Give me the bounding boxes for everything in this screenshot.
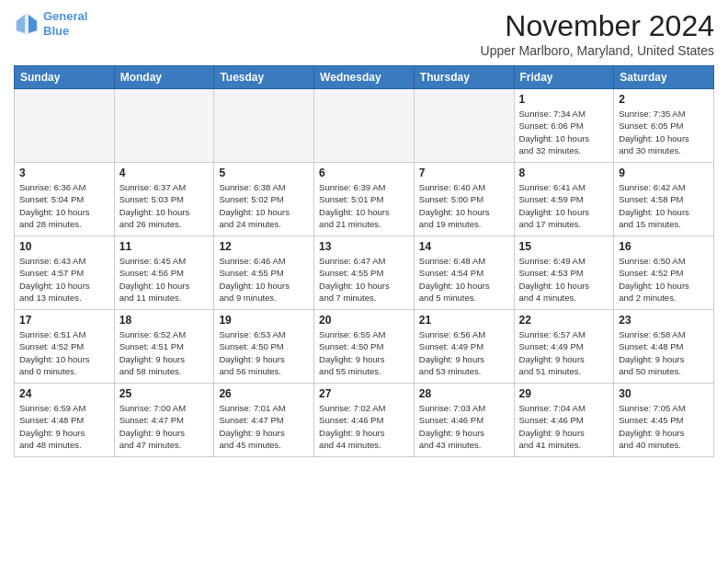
day-number: 8 bbox=[519, 167, 609, 179]
day-info: Sunrise: 6:55 AM Sunset: 4:50 PM Dayligh… bbox=[319, 328, 409, 377]
calendar-cell: 5Sunrise: 6:38 AM Sunset: 5:02 PM Daylig… bbox=[214, 163, 314, 236]
month-title: November 2024 bbox=[481, 9, 714, 43]
day-info: Sunrise: 7:04 AM Sunset: 4:46 PM Dayligh… bbox=[519, 402, 609, 451]
calendar-week-1: 1Sunrise: 7:34 AM Sunset: 6:06 PM Daylig… bbox=[15, 89, 714, 163]
day-info: Sunrise: 7:35 AM Sunset: 6:05 PM Dayligh… bbox=[619, 108, 709, 156]
calendar-header-saturday: Saturday bbox=[614, 66, 714, 89]
calendar-header-friday: Friday bbox=[514, 66, 614, 89]
calendar-header-row: SundayMondayTuesdayWednesdayThursdayFrid… bbox=[15, 66, 714, 89]
calendar-cell: 17Sunrise: 6:51 AM Sunset: 4:52 PM Dayli… bbox=[15, 310, 115, 384]
calendar-cell: 20Sunrise: 6:55 AM Sunset: 4:50 PM Dayli… bbox=[314, 310, 415, 384]
day-info: Sunrise: 6:37 AM Sunset: 5:03 PM Dayligh… bbox=[119, 181, 210, 230]
day-number: 13 bbox=[319, 240, 409, 253]
calendar-week-4: 17Sunrise: 6:51 AM Sunset: 4:52 PM Dayli… bbox=[15, 310, 714, 384]
location: Upper Marlboro, Maryland, United States bbox=[481, 43, 714, 58]
day-number: 4 bbox=[119, 167, 210, 179]
calendar-header-monday: Monday bbox=[114, 66, 214, 89]
calendar-cell: 6Sunrise: 6:39 AM Sunset: 5:01 PM Daylig… bbox=[314, 163, 415, 236]
day-number: 22 bbox=[519, 314, 609, 327]
calendar-cell: 22Sunrise: 6:57 AM Sunset: 4:49 PM Dayli… bbox=[514, 310, 614, 384]
day-number: 2 bbox=[619, 93, 709, 106]
calendar-cell bbox=[214, 89, 314, 163]
calendar-cell: 15Sunrise: 6:49 AM Sunset: 4:53 PM Dayli… bbox=[514, 236, 614, 310]
day-info: Sunrise: 6:52 AM Sunset: 4:51 PM Dayligh… bbox=[119, 328, 210, 377]
calendar-cell: 1Sunrise: 7:34 AM Sunset: 6:06 PM Daylig… bbox=[514, 89, 614, 163]
calendar-week-2: 3Sunrise: 6:36 AM Sunset: 5:04 PM Daylig… bbox=[15, 163, 714, 236]
day-info: Sunrise: 7:02 AM Sunset: 4:46 PM Dayligh… bbox=[319, 402, 409, 451]
logo-line2: Blue bbox=[43, 24, 69, 38]
day-info: Sunrise: 6:48 AM Sunset: 4:54 PM Dayligh… bbox=[419, 255, 509, 304]
day-number: 14 bbox=[419, 240, 509, 253]
day-number: 1 bbox=[519, 93, 609, 106]
day-number: 17 bbox=[19, 314, 109, 327]
day-info: Sunrise: 6:39 AM Sunset: 5:01 PM Dayligh… bbox=[319, 181, 409, 230]
day-number: 7 bbox=[419, 167, 509, 179]
day-number: 20 bbox=[319, 314, 409, 327]
day-number: 11 bbox=[119, 240, 210, 253]
calendar-cell: 25Sunrise: 7:00 AM Sunset: 4:47 PM Dayli… bbox=[114, 384, 214, 457]
calendar-cell bbox=[314, 89, 415, 163]
calendar-cell: 8Sunrise: 6:41 AM Sunset: 4:59 PM Daylig… bbox=[514, 163, 614, 236]
day-number: 19 bbox=[219, 314, 309, 327]
calendar-cell bbox=[15, 89, 115, 163]
day-info: Sunrise: 6:41 AM Sunset: 4:59 PM Dayligh… bbox=[519, 181, 609, 230]
day-number: 10 bbox=[19, 240, 109, 253]
calendar-cell: 4Sunrise: 6:37 AM Sunset: 5:03 PM Daylig… bbox=[114, 163, 214, 236]
calendar-cell: 26Sunrise: 7:01 AM Sunset: 4:47 PM Dayli… bbox=[214, 384, 314, 457]
calendar-cell: 24Sunrise: 6:59 AM Sunset: 4:48 PM Dayli… bbox=[15, 384, 115, 457]
day-info: Sunrise: 7:05 AM Sunset: 4:45 PM Dayligh… bbox=[619, 402, 709, 451]
day-number: 24 bbox=[19, 387, 109, 400]
day-info: Sunrise: 6:49 AM Sunset: 4:53 PM Dayligh… bbox=[519, 255, 609, 304]
calendar-header-wednesday: Wednesday bbox=[314, 66, 415, 89]
day-number: 26 bbox=[219, 387, 309, 400]
day-info: Sunrise: 6:56 AM Sunset: 4:49 PM Dayligh… bbox=[419, 328, 509, 377]
day-info: Sunrise: 6:40 AM Sunset: 5:00 PM Dayligh… bbox=[419, 181, 509, 230]
day-info: Sunrise: 6:58 AM Sunset: 4:48 PM Dayligh… bbox=[619, 328, 709, 377]
day-number: 12 bbox=[219, 240, 309, 253]
calendar-week-5: 24Sunrise: 6:59 AM Sunset: 4:48 PM Dayli… bbox=[15, 384, 714, 457]
day-info: Sunrise: 7:03 AM Sunset: 4:46 PM Dayligh… bbox=[419, 402, 509, 451]
logo-line1: General bbox=[43, 9, 87, 23]
calendar-cell: 21Sunrise: 6:56 AM Sunset: 4:49 PM Dayli… bbox=[414, 310, 514, 384]
day-number: 9 bbox=[619, 167, 709, 179]
calendar-cell bbox=[414, 89, 514, 163]
calendar-cell: 30Sunrise: 7:05 AM Sunset: 4:45 PM Dayli… bbox=[614, 384, 714, 457]
logo-text: General Blue bbox=[43, 9, 87, 38]
calendar-header-tuesday: Tuesday bbox=[214, 66, 314, 89]
day-info: Sunrise: 6:57 AM Sunset: 4:49 PM Dayligh… bbox=[519, 328, 609, 377]
day-info: Sunrise: 6:42 AM Sunset: 4:58 PM Dayligh… bbox=[619, 181, 709, 230]
logo: General Blue bbox=[14, 9, 87, 38]
calendar-cell bbox=[114, 89, 214, 163]
title-block: November 2024 Upper Marlboro, Maryland, … bbox=[481, 9, 714, 58]
day-info: Sunrise: 6:45 AM Sunset: 4:56 PM Dayligh… bbox=[119, 255, 210, 304]
day-number: 18 bbox=[119, 314, 210, 327]
calendar-cell: 29Sunrise: 7:04 AM Sunset: 4:46 PM Dayli… bbox=[514, 384, 614, 457]
day-info: Sunrise: 6:53 AM Sunset: 4:50 PM Dayligh… bbox=[219, 328, 309, 377]
day-info: Sunrise: 6:36 AM Sunset: 5:04 PM Dayligh… bbox=[19, 181, 109, 230]
day-number: 5 bbox=[219, 167, 309, 179]
calendar-cell: 3Sunrise: 6:36 AM Sunset: 5:04 PM Daylig… bbox=[15, 163, 115, 236]
day-info: Sunrise: 6:43 AM Sunset: 4:57 PM Dayligh… bbox=[19, 255, 109, 304]
day-number: 6 bbox=[319, 167, 409, 179]
day-info: Sunrise: 6:46 AM Sunset: 4:55 PM Dayligh… bbox=[219, 255, 309, 304]
day-number: 25 bbox=[119, 387, 210, 400]
calendar-cell: 19Sunrise: 6:53 AM Sunset: 4:50 PM Dayli… bbox=[214, 310, 314, 384]
day-info: Sunrise: 7:34 AM Sunset: 6:06 PM Dayligh… bbox=[519, 108, 609, 156]
page: General Blue November 2024 Upper Marlbor… bbox=[0, 0, 728, 466]
calendar-cell: 2Sunrise: 7:35 AM Sunset: 6:05 PM Daylig… bbox=[614, 89, 714, 163]
day-number: 21 bbox=[419, 314, 509, 327]
calendar-cell: 27Sunrise: 7:02 AM Sunset: 4:46 PM Dayli… bbox=[314, 384, 415, 457]
header: General Blue November 2024 Upper Marlbor… bbox=[14, 9, 714, 58]
calendar-cell: 12Sunrise: 6:46 AM Sunset: 4:55 PM Dayli… bbox=[214, 236, 314, 310]
day-number: 28 bbox=[419, 387, 509, 400]
day-number: 30 bbox=[619, 387, 709, 400]
day-info: Sunrise: 6:38 AM Sunset: 5:02 PM Dayligh… bbox=[219, 181, 309, 230]
day-info: Sunrise: 7:01 AM Sunset: 4:47 PM Dayligh… bbox=[219, 402, 309, 451]
calendar-cell: 16Sunrise: 6:50 AM Sunset: 4:52 PM Dayli… bbox=[614, 236, 714, 310]
calendar-header-thursday: Thursday bbox=[414, 66, 514, 89]
day-number: 16 bbox=[619, 240, 709, 253]
day-info: Sunrise: 7:00 AM Sunset: 4:47 PM Dayligh… bbox=[119, 402, 210, 451]
calendar-cell: 14Sunrise: 6:48 AM Sunset: 4:54 PM Dayli… bbox=[414, 236, 514, 310]
calendar-cell: 9Sunrise: 6:42 AM Sunset: 4:58 PM Daylig… bbox=[614, 163, 714, 236]
day-info: Sunrise: 6:59 AM Sunset: 4:48 PM Dayligh… bbox=[19, 402, 109, 451]
